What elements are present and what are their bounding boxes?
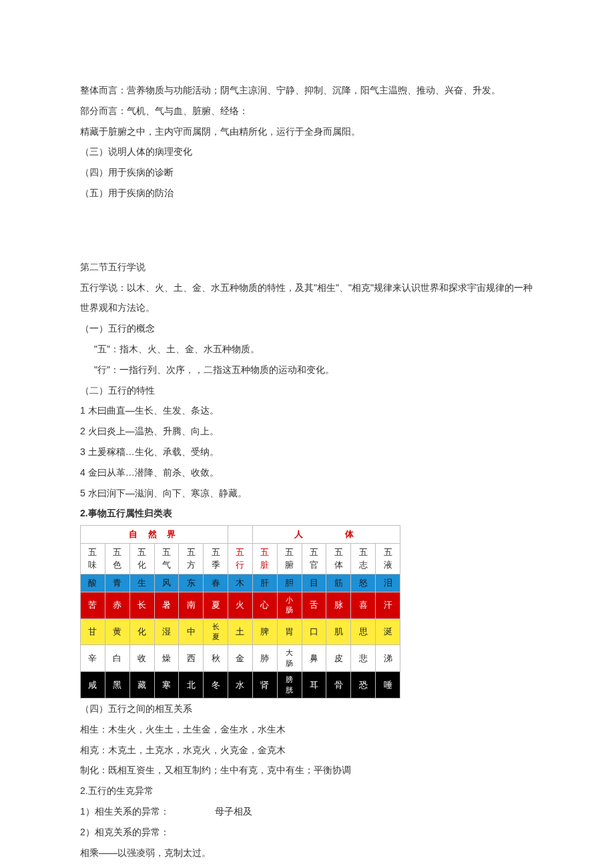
table-cell: 长	[129, 592, 154, 618]
document-body: 整体而言：营养物质与功能活动；阴气主凉润、宁静、抑制、沉降，阳气主温煦、推动、兴…	[80, 80, 534, 868]
paragraph: 1）相生关系的异常： 母子相及	[80, 801, 534, 822]
table-column-header: 五化	[129, 544, 154, 574]
table-cell: 大肠	[277, 645, 302, 672]
table-cell: 肺	[252, 645, 277, 672]
table-group-header: 自 然 界	[81, 526, 228, 544]
table-row: 辛白收燥西秋金肺大肠鼻皮悲涕	[81, 645, 400, 672]
table-cell: 口	[302, 618, 326, 645]
paragraph: 部分而言：气机、气与血、脏腑、经络：	[80, 101, 534, 121]
table-cell: 南	[179, 592, 204, 618]
paragraph: "五"：指木、火、土、金、水五种物质。	[80, 339, 534, 360]
table-column-header: 五味	[81, 544, 105, 574]
table-cell: 湿	[154, 618, 179, 645]
table-cell: 化	[129, 618, 154, 645]
table-cell: 黑	[105, 672, 129, 699]
paragraph: 整体而言：营养物质与功能活动；阴气主凉润、宁静、抑制、沉降，阳气主温煦、推动、兴…	[80, 80, 534, 101]
table-cell: 寒	[154, 672, 179, 699]
table-group-row: 自 然 界人 体	[81, 526, 400, 544]
table-cell: 筋	[326, 574, 351, 592]
table-cell: 冬	[204, 672, 228, 699]
table-cell: 骨	[326, 672, 351, 699]
table-cell: 辛	[81, 645, 105, 672]
paragraph: （四）用于疾病的诊断	[80, 162, 534, 183]
table-cell: 秋	[204, 645, 228, 672]
table-column-header: 五体	[326, 544, 351, 574]
table-cell: 酸	[81, 574, 105, 592]
table-cell: 涎	[376, 618, 400, 645]
table-cell: 小肠	[277, 592, 302, 618]
table-cell: 木	[228, 574, 253, 592]
table-cell: 唾	[376, 672, 400, 699]
paragraph: 2.五行的生克异常	[80, 781, 534, 801]
table-row: 咸黑藏寒北冬水肾膀胱耳骨恐唾	[81, 672, 400, 699]
table-cell: 心	[252, 592, 277, 618]
table-cell: 土	[228, 618, 253, 645]
table-cell: 春	[204, 574, 228, 592]
table-cell: 皮	[326, 645, 351, 672]
table-cell: 鼻	[302, 645, 326, 672]
table-column-header: 五脏	[252, 544, 277, 574]
table-cell: 收	[129, 645, 154, 672]
table-cell: 燥	[154, 645, 179, 672]
table-cell: 胃	[277, 618, 302, 645]
table-cell: 青	[105, 574, 129, 592]
table-cell: 涕	[376, 645, 400, 672]
paragraph: 精藏于脏腑之中，主内守而属阴，气由精所化，运行于全身而属阳。	[80, 121, 534, 142]
section-title: 第二节五行学说	[80, 257, 534, 278]
table-column-header: 五志	[351, 544, 376, 574]
table-cell: 喜	[351, 592, 376, 618]
table-cell: 火	[228, 592, 253, 618]
text: 1）相生关系的异常：	[80, 806, 170, 817]
table-cell: 苦	[81, 592, 105, 618]
table-cell: 赤	[105, 592, 129, 618]
table-column-header: 五方	[179, 544, 204, 574]
table-cell: 肌	[326, 618, 351, 645]
table-group-header: 人 体	[252, 526, 400, 544]
table-cell: 肝	[252, 574, 277, 592]
table-column-header: 五腑	[277, 544, 302, 574]
table-cell: 北	[179, 672, 204, 699]
subheading: （二）五行的特性	[80, 380, 534, 401]
list-item: 1 木曰曲直—生长、生发、条达。	[80, 400, 534, 421]
paragraph: 相乘——以强凌弱，克制太过。	[80, 843, 534, 863]
table-cell: 怒	[351, 574, 376, 592]
table-cell: 黄	[105, 618, 129, 645]
table-title: 2.事物五行属性归类表	[80, 503, 534, 524]
table-cell: 风	[154, 574, 179, 592]
table-cell: 藏	[129, 672, 154, 699]
table-cell: 西	[179, 645, 204, 672]
table-cell: 肾	[252, 672, 277, 699]
table-row: 酸青生风东春木肝胆目筋怒泪	[81, 574, 400, 592]
table-cell: 膀胱	[277, 672, 302, 699]
table-cell: 脾	[252, 618, 277, 645]
paragraph: 相侮——反克，反向欺侮。	[80, 863, 534, 868]
subheading: （四）五行之间的相互关系	[80, 699, 534, 719]
table-column-header: 五行	[228, 544, 253, 574]
wuxing-table: 自 然 界人 体 五味五色五化五气五方五季五行五脏五腑五官五体五志五液 酸青生风…	[80, 525, 400, 699]
spacer	[80, 203, 534, 257]
table-column-header: 五色	[105, 544, 129, 574]
table-header-row: 五味五色五化五气五方五季五行五脏五腑五官五体五志五液	[81, 544, 400, 574]
table-cell: 甘	[81, 618, 105, 645]
table-cell: 长夏	[204, 618, 228, 645]
table-group-header	[228, 526, 253, 544]
table-cell: 水	[228, 672, 253, 699]
table-head: 自 然 界人 体 五味五色五化五气五方五季五行五脏五腑五官五体五志五液	[81, 526, 400, 574]
paragraph: 制化：既相互资生，又相互制约；生中有克，克中有生；平衡协调	[80, 760, 534, 781]
table-cell: 胆	[277, 574, 302, 592]
table-cell: 汗	[376, 592, 400, 618]
list-item: 4 金曰从革…潜降、前杀、收敛。	[80, 462, 534, 483]
table-column-header: 五季	[204, 544, 228, 574]
table-cell: 泪	[376, 574, 400, 592]
paragraph: 相克：木克土，土克水，水克火，火克金，金克木	[80, 740, 534, 761]
table-cell: 脉	[326, 592, 351, 618]
table-cell: 东	[179, 574, 204, 592]
table-column-header: 五官	[302, 544, 326, 574]
paragraph: （三）说明人体的病理变化	[80, 141, 534, 162]
list-item: 5 水曰润下—滋润、向下、寒凉、静藏。	[80, 483, 534, 504]
table-cell: 耳	[302, 672, 326, 699]
table-cell: 咸	[81, 672, 105, 699]
table-cell: 思	[351, 618, 376, 645]
table-row: 甘黄化湿中长夏土脾胃口肌思涎	[81, 618, 400, 645]
table-body: 酸青生风东春木肝胆目筋怒泪苦赤长暑南夏火心小肠舌脉喜汗甘黄化湿中长夏土脾胃口肌思…	[81, 574, 400, 698]
